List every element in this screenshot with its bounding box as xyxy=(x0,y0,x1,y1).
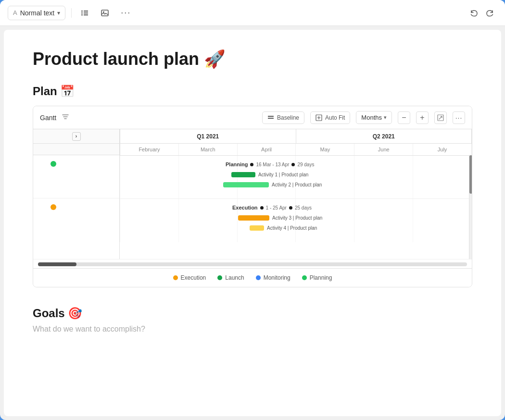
dropdown-chevron-icon: ▾ xyxy=(384,114,387,121)
gantt-subheader-empty xyxy=(33,144,119,155)
col-may xyxy=(296,156,354,198)
row-2-dot xyxy=(50,204,56,210)
legend-planning: Planning xyxy=(302,274,332,281)
baseline-label: Baseline xyxy=(277,114,299,121)
legend-launch: Launch xyxy=(217,274,244,281)
col-feb-r2 xyxy=(120,199,179,242)
redo-button[interactable] xyxy=(483,6,497,20)
svg-rect-3 xyxy=(84,12,88,13)
month-feb: February xyxy=(120,144,179,155)
auto-fit-label: Auto Fit xyxy=(325,114,345,121)
baseline-button[interactable]: Baseline xyxy=(262,111,304,124)
gantt-row-1-left xyxy=(33,155,119,198)
gantt-grid: Q1 2021 Q2 2021 February March April May… xyxy=(120,129,472,259)
main-toolbar: A Normal text ▾ ··· xyxy=(0,0,505,26)
legend-launch-dot xyxy=(217,275,222,280)
goals-section-title: Goals 🎯 xyxy=(33,307,472,320)
month-mar: March xyxy=(179,144,238,155)
month-may: May xyxy=(296,144,354,155)
export-button[interactable] xyxy=(434,111,447,124)
toolbar-divider-1 xyxy=(71,8,72,18)
legend-execution: Execution xyxy=(173,274,206,281)
list-icon xyxy=(80,9,89,17)
svg-rect-1 xyxy=(84,11,88,12)
export-icon xyxy=(437,114,444,121)
horizontal-scrollbar[interactable] xyxy=(38,262,467,266)
gantt-grid-row-2: Execution 1 - 25 Apr 25 days Activity 3 … xyxy=(120,199,472,242)
list-icon-button[interactable] xyxy=(77,6,92,20)
page-title: Product launch plan 🚀 xyxy=(33,49,472,69)
zoom-out-button[interactable]: − xyxy=(398,111,410,124)
svg-rect-4 xyxy=(81,14,83,15)
undo-button[interactable] xyxy=(467,6,481,20)
gantt-toolbar: Gantt Baseline xyxy=(33,106,472,129)
quarter-headers: Q1 2021 Q2 2021 xyxy=(120,129,472,144)
months-dropdown[interactable]: Months ▾ xyxy=(356,111,392,124)
plan-section-title: Plan 📅 xyxy=(33,85,472,98)
image-icon-button[interactable] xyxy=(98,6,112,20)
svg-rect-5 xyxy=(84,14,88,15)
scrollbar-row xyxy=(33,259,472,268)
main-content: Product launch plan 🚀 Plan 📅 Gantt xyxy=(4,30,501,416)
col-may-r2 xyxy=(296,199,354,242)
col-feb xyxy=(120,156,179,198)
col-apr-r2 xyxy=(238,199,296,242)
filter-icon[interactable] xyxy=(62,113,69,122)
row-1-dot xyxy=(50,161,56,167)
undo-icon xyxy=(469,9,478,17)
toolbar-right xyxy=(467,6,497,20)
collapse-all-button[interactable]: › xyxy=(72,132,81,141)
month-jul: July xyxy=(413,144,472,155)
svg-rect-9 xyxy=(268,118,274,119)
more-options-button[interactable]: ··· xyxy=(118,5,134,21)
gantt-label: Gantt xyxy=(40,114,56,122)
q2-header: Q2 2021 xyxy=(296,129,472,144)
legend-launch-label: Launch xyxy=(225,274,244,281)
months-label: Months xyxy=(361,114,382,121)
minus-icon: − xyxy=(402,113,406,122)
legend-planning-dot xyxy=(302,275,307,280)
gantt-more-button[interactable]: ··· xyxy=(453,111,465,124)
col-mar-r2 xyxy=(179,199,238,242)
legend-execution-label: Execution xyxy=(181,274,206,281)
svg-rect-0 xyxy=(81,11,83,12)
chevron-down-icon: ▾ xyxy=(57,10,60,16)
gantt-left-column: › xyxy=(33,129,120,259)
gantt-grid-row-1: Planning 16 Mar - 13 Apr 29 days Activit… xyxy=(120,156,472,199)
plus-icon: + xyxy=(420,113,424,122)
q1-header: Q1 2021 xyxy=(120,129,296,144)
svg-rect-8 xyxy=(268,116,274,117)
text-style-label: Normal text xyxy=(20,9,55,17)
gantt-legend: Execution Launch Monitoring Planning xyxy=(33,268,472,287)
text-style-selector[interactable]: A Normal text ▾ xyxy=(8,6,65,20)
legend-monitoring-dot xyxy=(256,275,261,280)
legend-monitoring-label: Monitoring xyxy=(264,274,290,281)
ellipsis-icon: ··· xyxy=(121,8,131,18)
svg-point-7 xyxy=(103,11,104,12)
scrollbar-thumb xyxy=(38,262,76,266)
gantt-header-empty: › xyxy=(33,129,119,144)
gantt-row-2-left xyxy=(33,198,119,242)
month-headers: February March April May June July xyxy=(120,144,472,156)
legend-planning-label: Planning xyxy=(310,274,332,281)
auto-fit-button[interactable]: Auto Fit xyxy=(310,111,350,124)
col-jul-r2 xyxy=(413,199,472,242)
gantt-chart-wrapper: Gantt Baseline xyxy=(33,106,472,287)
text-format-icon: A xyxy=(13,9,17,16)
baseline-icon xyxy=(267,114,274,121)
goals-placeholder[interactable]: What do we want to accomplish? xyxy=(33,325,472,334)
image-icon xyxy=(101,9,109,17)
col-jun xyxy=(354,156,413,198)
col-mar xyxy=(179,156,238,198)
gantt-ellipsis-icon: ··· xyxy=(455,114,463,122)
auto-fit-icon xyxy=(316,114,322,121)
zoom-in-button[interactable]: + xyxy=(416,111,429,124)
col-jun-r2 xyxy=(354,199,413,242)
legend-monitoring: Monitoring xyxy=(256,274,290,281)
month-jun: June xyxy=(354,144,413,155)
svg-rect-6 xyxy=(101,10,108,16)
scrollbar-thumb-vertical xyxy=(469,155,472,194)
col-jul xyxy=(413,156,472,198)
month-apr: April xyxy=(238,144,296,155)
vertical-scrollbar[interactable] xyxy=(469,155,472,259)
